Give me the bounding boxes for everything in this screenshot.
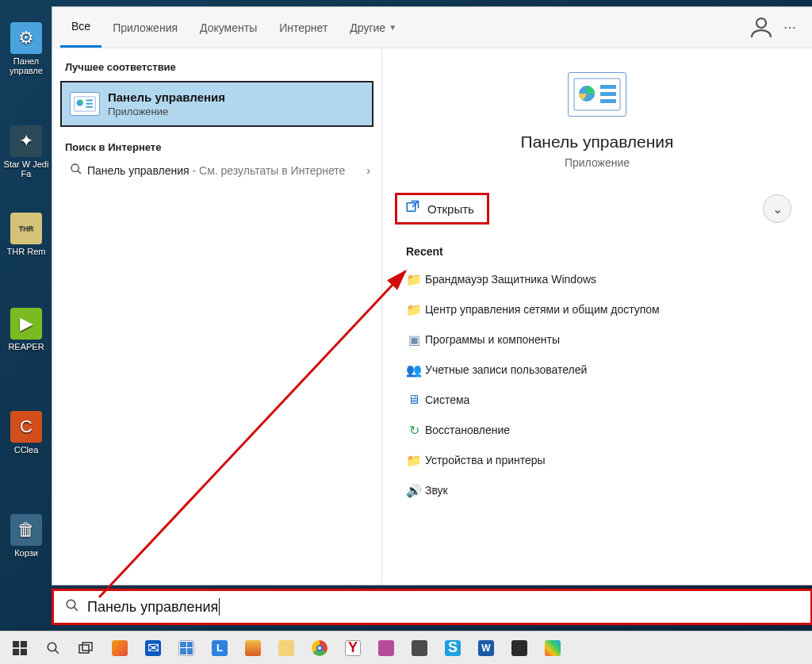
recent-item-label: Учетные записи пользователей — [425, 363, 587, 376]
text-caret — [219, 598, 220, 616]
taskbar-explorer[interactable] — [270, 633, 303, 663]
search-icon — [65, 598, 79, 616]
recent-item-label: Центр управления сетями и общим доступом — [425, 303, 660, 316]
task-view-icon[interactable] — [70, 633, 103, 663]
desktop-icon[interactable]: ⚙Панел управле — [3, 22, 49, 75]
chevron-down-icon: ⌄ — [772, 202, 783, 217]
svg-line-15 — [74, 607, 78, 611]
best-match-subtitle: Приложение — [108, 106, 225, 117]
taskbar-app[interactable] — [236, 633, 270, 663]
svg-rect-18 — [21, 641, 27, 647]
svg-rect-3 — [86, 99, 92, 101]
tab-docs[interactable]: Документы — [189, 7, 268, 48]
svg-rect-4 — [86, 103, 92, 105]
recent-item[interactable]: 📁Центр управления сетями и общим доступо… — [403, 294, 796, 324]
open-icon — [405, 200, 419, 217]
open-button[interactable]: Открыть — [395, 193, 489, 225]
app-large-icon — [568, 72, 626, 117]
web-search-text: Панель управления - См. результаты в Инт… — [87, 164, 366, 177]
best-match-item[interactable]: Панель управления Приложение — [60, 81, 373, 127]
control-panel-icon — [70, 92, 100, 116]
desktop-icon-label: Корзи — [3, 548, 49, 558]
recent-item-label: Брандмауэр Защитника Windows — [425, 273, 596, 286]
svg-rect-12 — [600, 99, 616, 103]
desktop-icon[interactable]: ✦Star W Jedi Fa — [3, 125, 49, 178]
taskbar-yandex[interactable]: Y — [336, 633, 370, 663]
recent-item-label: Звук — [425, 484, 448, 497]
search-panel: Все Приложения Документы Интернет Другие… — [52, 6, 812, 585]
desktop-icon[interactable]: ▶REAPER — [3, 308, 49, 351]
taskbar-app[interactable] — [503, 633, 536, 663]
section-recent: Recent — [382, 225, 812, 264]
svg-rect-10 — [600, 85, 616, 89]
tab-all[interactable]: Все — [60, 7, 102, 48]
taskbar-word[interactable]: W — [469, 633, 503, 663]
more-options-icon[interactable]: ⋯ — [776, 13, 804, 42]
svg-line-7 — [78, 171, 81, 174]
preview-column: Панель управления Приложение Открыть ⌄ R… — [381, 48, 812, 585]
tabs-bar: Все Приложения Документы Интернет Другие… — [52, 7, 812, 48]
taskbar-app[interactable]: L — [203, 633, 236, 663]
start-button[interactable] — [3, 633, 36, 663]
desktop-icon[interactable]: THRTHR Rem — [3, 213, 49, 256]
recent-item[interactable]: ↻Восстановление — [403, 415, 796, 445]
desktop-icon[interactable]: CCClea — [3, 411, 49, 455]
recent-item[interactable]: 🔊Звук — [403, 475, 796, 505]
recent-item[interactable]: ▣Программы и компоненты — [403, 324, 796, 355]
svg-point-21 — [48, 643, 56, 651]
taskbar-app[interactable] — [370, 633, 403, 663]
desktop-icon-label: CClea — [3, 445, 49, 455]
desktop-icon-label: Star W Jedi Fa — [3, 159, 49, 178]
chevron-down-icon: ▼ — [389, 23, 396, 32]
svg-rect-23 — [79, 645, 89, 653]
recent-list: 📁Брандмауэр Защитника Windows📁Центр упра… — [382, 264, 812, 505]
tab-more-label: Другие — [350, 21, 385, 34]
taskbar-app[interactable] — [170, 633, 203, 663]
taskbar-app[interactable] — [403, 633, 436, 663]
recent-item[interactable]: 📁Брандмауэр Защитника Windows — [403, 264, 796, 294]
recent-item[interactable]: 📁Устройства и принтеры — [403, 445, 796, 475]
section-best-match: Лучшее соответствие — [52, 56, 381, 78]
svg-line-22 — [55, 650, 59, 654]
preview-subtitle: Приложение — [565, 156, 630, 169]
open-button-label: Открыть — [427, 202, 474, 216]
recent-item-label: Система — [425, 393, 469, 406]
svg-point-14 — [67, 600, 75, 608]
taskbar: ✉ L Y S W — [0, 631, 812, 664]
search-input[interactable]: Панель управления — [52, 589, 812, 625]
chevron-right-icon: › — [366, 164, 370, 177]
recent-item[interactable]: 🖥Система — [403, 385, 796, 415]
tab-more[interactable]: Другие▼ — [339, 7, 408, 48]
desktop-icon-label: REAPER — [3, 342, 49, 351]
svg-rect-11 — [600, 92, 616, 96]
web-search-item[interactable]: Панель управления - См. результаты в Инт… — [52, 158, 381, 182]
results-column: Лучшее соответствие Панель управления Пр… — [52, 48, 381, 585]
best-match-title: Панель управления — [108, 90, 225, 104]
preview-title: Панель управления — [521, 132, 674, 152]
feedback-icon[interactable] — [747, 13, 776, 42]
section-web-search: Поиск в Интернете — [52, 136, 381, 158]
expand-button[interactable]: ⌄ — [763, 194, 791, 223]
search-icon — [65, 163, 87, 178]
svg-rect-13 — [407, 203, 416, 212]
svg-rect-20 — [21, 648, 27, 654]
desktop-icon[interactable]: 🗑Корзи — [3, 514, 49, 558]
svg-rect-5 — [86, 106, 92, 108]
svg-rect-17 — [13, 641, 19, 647]
desktop-icon-label: THR Rem — [3, 247, 49, 256]
taskbar-app-mail[interactable]: ✉ — [136, 633, 170, 663]
tab-web[interactable]: Интернет — [268, 7, 339, 48]
taskbar-chrome[interactable] — [303, 633, 336, 663]
taskbar-paint[interactable] — [536, 633, 569, 663]
recent-item-label: Восстановление — [425, 424, 510, 436]
recent-item-label: Устройства и принтеры — [425, 454, 546, 466]
recent-item[interactable]: 👥Учетные записи пользователей — [403, 355, 796, 385]
svg-point-0 — [756, 18, 766, 28]
taskbar-app[interactable] — [103, 633, 136, 663]
desktop-icon-label: Панел управле — [3, 56, 49, 75]
taskbar-skype[interactable]: S — [436, 633, 469, 663]
taskbar-search-icon[interactable] — [36, 633, 70, 663]
recent-item-label: Программы и компоненты — [425, 333, 560, 346]
svg-rect-24 — [82, 643, 92, 651]
tab-apps[interactable]: Приложения — [102, 7, 189, 48]
